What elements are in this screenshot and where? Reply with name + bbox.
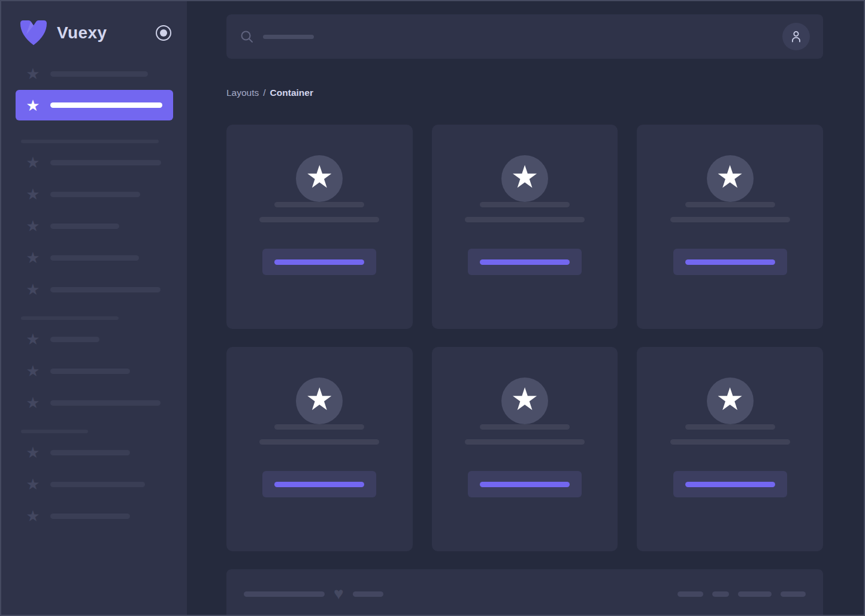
sidebar-item-skeleton[interactable]: ★ <box>25 508 173 524</box>
radio-dot-icon[interactable] <box>156 25 171 41</box>
card-title-skeleton <box>685 424 775 430</box>
button-label-skeleton <box>274 259 364 265</box>
sidebar-item-skeleton[interactable]: ★ <box>25 363 173 379</box>
card-avatar: ★ <box>707 155 754 202</box>
sidebar-item-skeleton[interactable]: ★ <box>25 250 173 265</box>
search-icon <box>240 29 254 44</box>
nav-label-skeleton <box>50 450 130 455</box>
star-icon: ★ <box>25 186 41 202</box>
card-title-skeleton <box>274 202 364 207</box>
star-icon: ★ <box>25 445 41 460</box>
star-icon: ★ <box>25 98 41 113</box>
sidebar-item-active[interactable]: ★ <box>16 90 173 120</box>
sidebar-item-skeleton[interactable]: ★ <box>25 186 173 202</box>
star-icon: ★ <box>511 161 539 192</box>
nav-label-skeleton <box>50 514 130 519</box>
card-title-skeleton <box>480 202 570 207</box>
sidebar-sections: ★★★★★★★★★★★ <box>1 140 187 524</box>
user-icon <box>789 29 803 44</box>
star-icon: ★ <box>25 508 41 524</box>
sidebar-item-skeleton[interactable]: ★ <box>25 66 173 81</box>
card-avatar: ★ <box>501 155 548 202</box>
placeholder-card: ★ <box>432 125 618 329</box>
sidebar-section: ★★★ <box>1 316 187 410</box>
button-label-skeleton <box>274 482 364 487</box>
sidebar: Vuexy ★ ★ ★★★★★★★★★★★ <box>1 1 187 615</box>
user-avatar-button[interactable] <box>782 23 810 50</box>
footer-link-skeleton[interactable] <box>781 591 806 597</box>
star-icon: ★ <box>25 155 41 170</box>
card-button-skeleton[interactable] <box>673 471 787 497</box>
placeholder-card: ★ <box>432 347 618 551</box>
nav-label-skeleton <box>50 287 161 292</box>
star-icon: ★ <box>25 331 41 347</box>
star-icon: ★ <box>25 363 41 379</box>
nav-label-skeleton <box>50 482 145 487</box>
star-icon: ★ <box>25 395 41 410</box>
sidebar-item-skeleton[interactable]: ★ <box>25 218 173 234</box>
star-icon: ★ <box>716 384 744 415</box>
card-title-skeleton <box>480 424 570 430</box>
placeholder-card: ★ <box>637 125 823 329</box>
card-subtitle-skeleton <box>465 439 585 445</box>
sidebar-item-skeleton[interactable]: ★ <box>25 445 173 460</box>
nav-label-skeleton <box>50 224 119 229</box>
star-icon: ★ <box>25 476 41 492</box>
breadcrumb-current: Container <box>270 87 313 98</box>
breadcrumb: Layouts/Container <box>226 87 823 98</box>
footer-left: ♥ <box>244 585 383 602</box>
breadcrumb-separator: / <box>263 87 265 98</box>
sidebar-nav: ★ ★ ★★★★★★★★★★★ <box>1 66 187 524</box>
main-content: Layouts/Container ★★★★★★ ♥ <box>187 1 864 615</box>
sidebar-item-skeleton[interactable]: ★ <box>25 476 173 492</box>
section-title-skeleton <box>21 140 159 143</box>
star-icon: ★ <box>306 384 334 415</box>
star-icon: ★ <box>306 161 334 192</box>
nav-label-skeleton <box>50 71 148 77</box>
star-icon: ★ <box>25 250 41 265</box>
button-label-skeleton <box>480 259 570 265</box>
star-icon: ★ <box>511 384 539 415</box>
footer: ♥ <box>226 569 823 616</box>
footer-link-skeleton[interactable] <box>712 591 729 597</box>
card-subtitle-skeleton <box>259 217 379 222</box>
card-subtitle-skeleton <box>465 217 585 222</box>
button-label-skeleton <box>480 482 570 487</box>
card-button-skeleton[interactable] <box>262 471 376 497</box>
sidebar-item-skeleton[interactable]: ★ <box>25 331 173 347</box>
vuexy-logo-icon <box>18 19 49 47</box>
sidebar-section: ★★★★★ <box>1 140 187 297</box>
card-button-skeleton[interactable] <box>673 249 787 275</box>
button-label-skeleton <box>685 259 775 265</box>
card-avatar: ★ <box>707 378 754 424</box>
sidebar-header: Vuexy <box>1 1 187 47</box>
star-icon: ★ <box>25 66 41 81</box>
breadcrumb-parent[interactable]: Layouts <box>226 87 259 98</box>
sidebar-item-skeleton[interactable]: ★ <box>25 282 173 297</box>
card-button-skeleton[interactable] <box>468 471 582 497</box>
nav-label-skeleton <box>50 160 161 165</box>
sidebar-item-skeleton[interactable]: ★ <box>25 155 173 170</box>
footer-link-skeleton[interactable] <box>678 591 703 597</box>
card-avatar: ★ <box>501 378 548 424</box>
card-button-skeleton[interactable] <box>262 249 376 275</box>
nav-label-skeleton <box>50 369 130 374</box>
card-avatar: ★ <box>296 378 343 424</box>
section-title-skeleton <box>21 316 119 320</box>
placeholder-card: ★ <box>226 347 413 551</box>
search-bar[interactable] <box>226 14 823 59</box>
card-title-skeleton <box>685 202 775 207</box>
brand-title: Vuexy <box>57 23 107 43</box>
card-subtitle-skeleton <box>670 439 790 445</box>
sidebar-item-skeleton[interactable]: ★ <box>25 395 173 410</box>
star-icon: ★ <box>25 218 41 234</box>
footer-link-skeleton[interactable] <box>738 591 772 597</box>
section-title-skeleton <box>21 430 88 433</box>
placeholder-card: ★ <box>226 125 413 329</box>
button-label-skeleton <box>685 482 775 487</box>
footer-text-skeleton <box>244 591 325 597</box>
card-button-skeleton[interactable] <box>468 249 582 275</box>
search-placeholder-skeleton <box>263 35 314 39</box>
card-subtitle-skeleton <box>259 439 379 445</box>
sidebar-section: ★★★ <box>1 430 187 524</box>
